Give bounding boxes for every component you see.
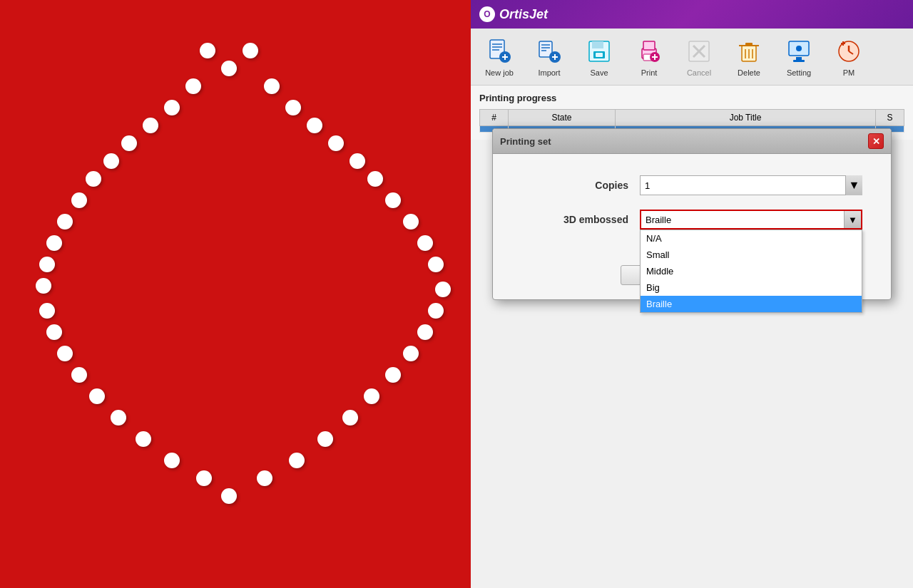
embossed-option-na[interactable]: N/A [641,230,862,247]
embossed-selected-value: Braille [646,215,671,225]
import-button[interactable]: Import [525,33,573,81]
dot [364,388,379,404]
copies-control: 1 2 3 4 5 ▼ [640,175,862,195]
dot [385,192,401,208]
title-bar: O OrtisJet [471,0,913,29]
dot [164,100,180,115]
dot [428,303,444,319]
dialog-overlay: Printing set ✕ Copies 1 2 3 4 [471,86,913,588]
dot [57,346,73,361]
dot [46,324,62,340]
dot [289,453,305,468]
dot [317,431,333,447]
dot [264,78,280,94]
dot [417,324,433,340]
delete-icon [735,37,763,66]
svg-point-34 [796,46,802,51]
dot [46,235,62,251]
copies-select[interactable]: 1 2 3 4 5 [640,175,862,195]
dot [328,135,344,151]
dialog-titlebar: Printing set ✕ [493,129,891,154]
dot [185,78,201,94]
cancel-button[interactable]: Cancel [675,33,723,81]
main-area: Printing progress # State Job Title S [471,86,913,588]
new-job-icon [485,37,514,66]
delete-button[interactable]: Delete [725,33,773,81]
dot [417,235,433,251]
embossed-dropdown-arrow: ▼ [844,211,861,228]
embossed-option-big[interactable]: Big [641,279,862,296]
logo-icon: O [479,6,495,22]
dot [403,214,419,229]
embossed-control: Braille ▼ N/A Small Middle Big Braille [640,210,862,229]
dot [57,214,73,229]
dot [403,346,419,361]
svg-rect-17 [596,53,603,57]
dot [285,100,301,115]
background-panel [0,0,471,588]
embossed-option-braille[interactable]: Braille [641,296,862,312]
pm-button[interactable]: PM [825,33,873,81]
dot [350,153,365,169]
delete-label: Delete [738,68,760,77]
copies-row: Copies 1 2 3 4 5 ▼ [521,175,862,195]
dot [221,488,237,504]
app-logo: O OrtisJet [479,6,548,22]
save-icon [585,37,613,66]
embossed-dropdown-trigger[interactable]: Braille ▼ [640,210,862,229]
save-button[interactable]: Save [575,33,623,81]
dot [71,192,87,208]
new-job-label: New job [485,68,514,77]
cancel-icon [685,37,713,66]
dot [307,118,322,133]
dialog-close-button[interactable]: ✕ [868,133,884,149]
toolbar: New job Import [471,29,913,86]
embossed-row: 3D embossed Braille ▼ N/A Small [521,210,862,229]
dialog-body: Copies 1 2 3 4 5 ▼ [493,154,891,258]
embossed-dropdown-list: N/A Small Middle Big Braille [640,229,862,313]
print-button[interactable]: Print [625,33,673,81]
import-label: Import [538,68,560,77]
embossed-option-middle[interactable]: Middle [641,263,862,279]
copies-label: Copies [521,180,628,191]
dot [342,410,358,425]
dot [36,278,51,294]
dot [86,171,101,187]
dot [200,43,215,58]
dialog-title: Printing set [500,136,551,147]
dot [385,367,401,383]
setting-icon [785,37,813,66]
embossed-option-small[interactable]: Small [641,247,862,263]
dot [121,135,137,151]
dot [143,118,158,133]
dot [221,61,237,76]
print-icon [635,37,663,66]
svg-rect-36 [793,60,805,62]
setting-label: Setting [787,68,811,77]
setting-button[interactable]: Setting [775,33,823,81]
dot [257,470,272,486]
svg-rect-19 [643,41,655,50]
dot [111,410,126,425]
dot [243,43,258,58]
pm-label: PM [843,68,855,77]
dot [39,257,55,272]
svg-rect-29 [745,43,753,46]
print-label: Print [641,68,658,77]
app-panel: O OrtisJet New job [471,0,913,588]
dot [103,153,119,169]
dot [136,431,151,447]
svg-rect-15 [592,41,603,48]
dot [196,470,212,486]
dot [164,453,180,468]
dot [89,388,105,404]
printing-set-dialog: Printing set ✕ Copies 1 2 3 4 [492,128,892,300]
dot [435,282,451,297]
dot [428,257,444,272]
embossed-label: 3D embossed [521,214,628,225]
app-title: OrtisJet [499,7,548,22]
new-job-button[interactable]: New job [475,33,524,81]
pm-icon [835,37,863,66]
dot [71,367,87,383]
save-label: Save [590,68,608,77]
